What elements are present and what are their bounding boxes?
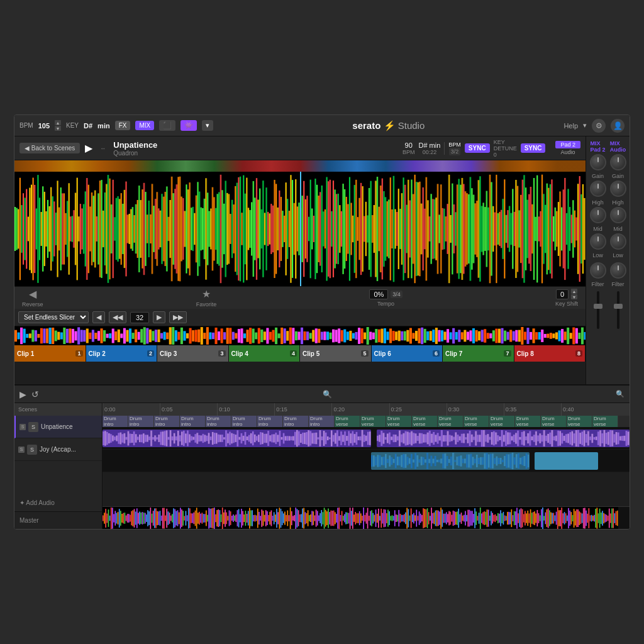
icon-button-1[interactable]: ⬛ [159, 120, 175, 131]
scene-block-6[interactable]: Drum intro [257, 416, 283, 427]
clip-name: Clip 5 [303, 350, 319, 357]
scene-block-9[interactable]: Drum verse [335, 416, 360, 427]
scene-block-18[interactable]: Drum verse [567, 416, 592, 427]
mix-button[interactable]: MIX [135, 121, 154, 130]
bpm-down[interactable]: ▼ [55, 126, 61, 131]
keyshift-spinner[interactable]: ▲ ▼ [571, 289, 577, 299]
scene-block-15[interactable]: Drum verse [489, 416, 515, 427]
high-knob-2[interactable] [610, 180, 626, 197]
fx-button[interactable]: FX [115, 121, 131, 130]
clip-6[interactable]: Clip 66 [372, 345, 443, 362]
fader-handle-1[interactable] [594, 304, 602, 309]
add-audio-button[interactable]: ✦ Add Audio [14, 494, 102, 511]
scene-block-3[interactable]: Drum intro [180, 416, 206, 427]
sync-button-2[interactable]: SYNC [521, 143, 546, 153]
scene-block-13[interactable]: Drum verse [438, 416, 464, 427]
waveform-main[interactable] [14, 172, 586, 286]
bpm-spinner[interactable]: ▲ ▼ [55, 120, 61, 131]
scene-block-0[interactable]: Drum intro [103, 416, 128, 427]
icon-button-twitch[interactable]: 👾 [180, 120, 197, 131]
seq-zoom-in[interactable]: 🔍 [323, 390, 332, 399]
gain-label-1: Gain [592, 173, 604, 179]
slicer-next2[interactable]: ▶▶ [169, 311, 187, 323]
help-dropdown-icon[interactable]: ▾ [583, 121, 587, 130]
gain-knob-2[interactable] [610, 154, 626, 170]
settings-icon[interactable]: ⚙ [592, 119, 606, 133]
keyshift-up[interactable]: ▲ [571, 289, 577, 294]
slicer-select[interactable]: Set Endless Slicer [18, 311, 89, 323]
mid-knob-2[interactable] [610, 207, 626, 223]
mid-knob-1[interactable] [590, 207, 606, 223]
clip-7[interactable]: Clip 77 [443, 345, 514, 362]
favorite-button[interactable]: ★ Favorite [196, 288, 217, 308]
clip-1[interactable]: Clip 11 [14, 345, 86, 362]
slicer-next[interactable]: ▶ [153, 311, 165, 323]
sync-button-1[interactable]: SYNC [465, 143, 490, 153]
scene-block-19[interactable]: Drum verse [592, 416, 618, 427]
seq-play-button[interactable]: ▶ [19, 389, 26, 399]
clip-num: 8 [575, 350, 582, 357]
scene-block-10[interactable]: Drum verse [360, 416, 386, 427]
lane-clip-unpatience-2[interactable] [377, 430, 630, 447]
clip-4[interactable]: Clip 44 [229, 345, 301, 362]
high-knob-1[interactable] [590, 180, 606, 197]
play-button[interactable]: ▶ [85, 142, 92, 154]
low-knob-2[interactable] [610, 233, 626, 250]
track-mute-1[interactable]: S [18, 447, 25, 453]
help-label[interactable]: Help [564, 122, 578, 130]
scenes-label: Scenes [18, 406, 37, 413]
scene-block-17[interactable]: Drum verse [541, 416, 567, 427]
low-knob-1[interactable] [590, 233, 606, 250]
clip-3[interactable]: Clip 33 [157, 345, 229, 362]
user-icon[interactable]: 👤 [611, 119, 625, 133]
track-bpm-label: BPM [402, 149, 415, 155]
icon-button-more[interactable]: ▾ [202, 120, 213, 131]
lane-clip-joy-2[interactable] [535, 452, 598, 470]
track-bpm2: BPM [448, 142, 461, 148]
scene-block-4[interactable]: Drum intro [206, 416, 231, 427]
track-mute-0[interactable]: S [19, 424, 26, 430]
keyshift-value[interactable]: 0 [556, 289, 569, 299]
lane-clip-joy-1[interactable] [371, 452, 529, 470]
seq-loop-button[interactable]: ↺ [31, 389, 39, 399]
logo-bolt: ⚡ [384, 120, 396, 131]
mix-audio-tab[interactable]: Audio [555, 148, 580, 156]
controls-bar: ◀ Reverse ★ Favorite 0% [14, 286, 586, 309]
seq-track-0[interactable]: S S Unpatience [14, 416, 102, 438]
back-to-scenes-button[interactable]: ◀ Back to Scenes [19, 143, 80, 153]
keyshift-down[interactable]: ▼ [571, 294, 577, 299]
scene-block-14[interactable]: Drum verse [464, 416, 489, 427]
filter-knob-2[interactable] [610, 262, 626, 279]
clip-5[interactable]: Clip 55 [300, 345, 372, 362]
timeline-tick: 0:35 [504, 403, 561, 416]
scene-block-2[interactable]: Drum intro [154, 416, 180, 427]
filter-knob-1[interactable] [590, 262, 606, 279]
scene-block-5[interactable]: Drum intro [231, 416, 257, 427]
slicer-prev[interactable]: ◀ [92, 311, 105, 323]
outer-background: BPM 105 ▲ ▼ KEY D# min FX MIX ⬛ 👾 ▾ sera… [0, 0, 644, 644]
scene-block-16[interactable]: Drum verse [515, 416, 541, 427]
scene-block-8[interactable]: Drum intro [309, 416, 335, 427]
timeline-lane-unpatience[interactable] [103, 427, 630, 450]
reverse-button[interactable]: ◀ Reverse [22, 288, 43, 308]
clip-8[interactable]: Clip 88 [514, 345, 586, 362]
bpm-up[interactable]: ▲ [55, 120, 61, 125]
lane-clip-unpatience-1[interactable] [103, 430, 371, 447]
clip-num: 2 [147, 350, 154, 357]
seq-zoom-out[interactable]: 🔍 [616, 390, 625, 398]
scene-block-12[interactable]: Drum verse [412, 416, 438, 427]
gain-knob-1[interactable] [590, 154, 606, 170]
seq-track-1[interactable]: S S Joy (Accap... [14, 438, 102, 461]
clip-2[interactable]: Clip 22 [86, 345, 158, 362]
track-icon-0: S [28, 422, 38, 432]
mix-pad-tab[interactable]: Pad 2 [555, 141, 580, 148]
waveform-minimap[interactable] [14, 160, 586, 172]
scene-block-7[interactable]: Drum intro [283, 416, 309, 427]
slicer-prev2[interactable]: ◀◀ [109, 311, 126, 323]
timeline-lane-joy[interactable] [103, 450, 630, 472]
track-name-0: Unpatience [41, 423, 98, 430]
fader-handle-2[interactable] [614, 304, 623, 309]
scene-block-1[interactable]: Drum intro [128, 416, 154, 427]
tempo-value[interactable]: 0% [369, 289, 388, 299]
scene-block-11[interactable]: Drum verse [386, 416, 412, 427]
